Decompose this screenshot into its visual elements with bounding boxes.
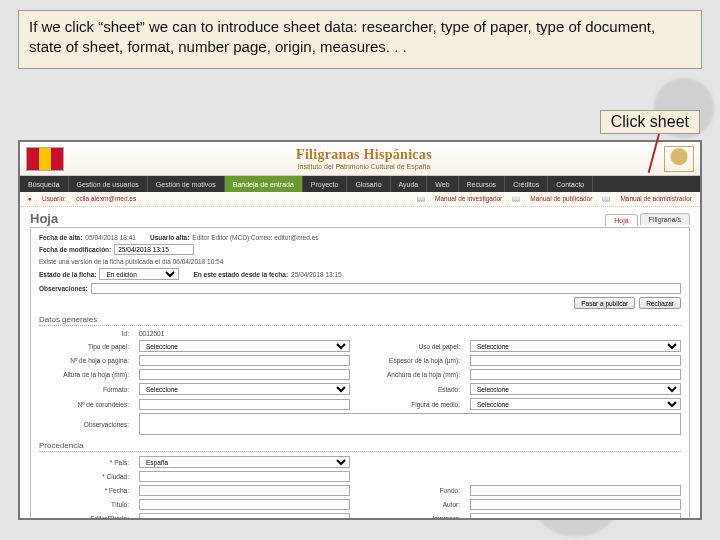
- record-panel: Fecha de alta:05/04/2018 18:41 Usuario a…: [30, 227, 690, 520]
- caption-text: If we click “sheet” we can to introduce …: [29, 18, 655, 55]
- formato-select[interactable]: Seleccione: [139, 383, 350, 395]
- proc-editor-lbl: Editor/Tirada:: [39, 515, 129, 520]
- uso-papel-select[interactable]: Seleccione: [470, 340, 681, 352]
- estado-ficha-select[interactable]: En edición: [99, 268, 179, 280]
- dg-id-val: 0012501: [139, 330, 350, 337]
- editor-input[interactable]: [139, 513, 350, 520]
- proc-fecha-lbl: * Fecha:: [39, 487, 129, 494]
- user-icon: ●: [28, 195, 32, 203]
- page-title: Hoja: [30, 211, 58, 226]
- tab-hoja[interactable]: Hoja: [605, 214, 637, 226]
- user-bar: ● Usuario: ccila alexm@med.es 📖 Manual d…: [20, 192, 700, 207]
- proc-ciudad-lbl: * Ciudad:: [39, 473, 129, 480]
- npag-input[interactable]: [139, 355, 350, 366]
- dg-anchura-lbl: Anchura de la hoja (mm):: [360, 371, 460, 378]
- anchura-input[interactable]: [470, 369, 681, 380]
- userbar-manual-r[interactable]: Manual de investigador: [435, 195, 502, 203]
- main-navbar: Búsqueda Gestión de usuarios Gestión de …: [20, 176, 700, 192]
- dg-formato-lbl: Formato:: [39, 386, 129, 393]
- nav-gestion-motivos[interactable]: Gestión de motivos: [148, 176, 225, 192]
- proc-impresor-lbl: Impresor:: [360, 515, 460, 520]
- nav-gestion-usuarios[interactable]: Gestión de usuarios: [69, 176, 148, 192]
- dg-espesor-lbl: Espesor de la hoja (μm):: [360, 357, 460, 364]
- dg-tipopapel-lbl: Tipo de papel:: [39, 343, 129, 350]
- dg-npag-lbl: Nº de hoja o página:: [39, 357, 129, 364]
- app-header: Filigranas Hispánicas Instituto del Patr…: [20, 142, 700, 176]
- nav-creditos[interactable]: Créditos: [505, 176, 548, 192]
- nav-recursos[interactable]: Recursos: [459, 176, 506, 192]
- meta-version-line: Existe una versión de la ficha publicada…: [39, 258, 223, 265]
- meta-fecha-alta-lbl: Fecha de alta:: [39, 234, 82, 241]
- userbar-user-value: ccila alexm@med.es: [76, 195, 136, 203]
- meta-estado-lbl: Estado de la ficha:: [39, 271, 96, 278]
- manual-icon: 📖: [602, 195, 610, 203]
- page-tabs: Hoja Filigrana/s: [605, 213, 690, 225]
- proc-autor-lbl: Autor:: [360, 501, 460, 508]
- dg-estado-lbl: Estado:: [360, 386, 460, 393]
- dg-observ-lbl: Observaciones:: [39, 421, 129, 428]
- nav-ayuda[interactable]: Ayuda: [391, 176, 428, 192]
- meta-estado-date-lbl: En este estado desde la fecha:: [193, 271, 288, 278]
- meta-usuario-alta-lbl: Usuario alta:: [150, 234, 189, 241]
- tipo-papel-select[interactable]: Seleccione: [139, 340, 350, 352]
- nav-busqueda[interactable]: Búsqueda: [20, 176, 69, 192]
- dg-altura-lbl: Altura de la hoja (mm):: [39, 371, 129, 378]
- section-datos-generales: Datos generales: [39, 315, 681, 326]
- meta-estado-date-val: 25/04/2018 13:15: [291, 271, 342, 278]
- userbar-user-label: Usuario:: [42, 195, 66, 203]
- proc-titulo-lbl: Título:: [39, 501, 129, 508]
- espesor-input[interactable]: [470, 355, 681, 366]
- manual-icon: 📖: [512, 195, 520, 203]
- meta-mod-lbl: Fecha de modificación:: [39, 246, 111, 253]
- autor-input[interactable]: [470, 499, 681, 510]
- tab-filigranas[interactable]: Filigrana/s: [640, 213, 690, 225]
- altura-input[interactable]: [139, 369, 350, 380]
- pasar-publicar-button[interactable]: Pasar a publicar: [574, 297, 635, 309]
- dg-usopapel-lbl: Uso del papel:: [360, 343, 460, 350]
- ncorondeles-input[interactable]: [139, 399, 350, 410]
- callout: Click sheet: [600, 110, 700, 174]
- meta-fecha-alta-val: 05/04/2018 18:41: [85, 234, 136, 241]
- meta-usuario-alta-val: Editor Editor (MCD) Correo: editor@med.e…: [192, 234, 318, 241]
- app-subtitle: Instituto del Patrimonio Cultural de Esp…: [72, 163, 656, 170]
- app-title: Filigranas Hispánicas: [72, 147, 656, 163]
- app-title-block: Filigranas Hispánicas Instituto del Patr…: [72, 147, 656, 170]
- figura-select[interactable]: Seleccione: [470, 398, 681, 410]
- ciudad-input[interactable]: [139, 471, 350, 482]
- nav-proyecto[interactable]: Proyecto: [303, 176, 348, 192]
- dg-ncorondeles-lbl: Nº de corondeles:: [39, 401, 129, 408]
- meta-obs-lbl: Observaciones:: [39, 285, 88, 292]
- fecha-input[interactable]: [139, 485, 350, 496]
- dg-id-lbl: Id:: [39, 330, 129, 337]
- proc-pais-lbl: * País:: [39, 459, 129, 466]
- userbar-manual-p[interactable]: Manual de publicador: [530, 195, 592, 203]
- callout-label: Click sheet: [600, 110, 700, 134]
- dg-observ-textarea[interactable]: [139, 413, 681, 435]
- dg-figura-lbl: Figura de medio:: [360, 401, 460, 408]
- instruction-caption: If we click “sheet” we can to introduce …: [18, 10, 702, 69]
- nav-bandeja-entrada[interactable]: Bandeja de entrada: [225, 176, 303, 192]
- gov-logo-icon: [26, 147, 64, 171]
- meta-obs-input[interactable]: [91, 283, 681, 294]
- app-screenshot: Filigranas Hispánicas Instituto del Patr…: [18, 140, 702, 520]
- callout-pointer: [648, 134, 660, 173]
- estado-select[interactable]: Seleccione: [470, 383, 681, 395]
- meta-mod-input[interactable]: [114, 244, 194, 255]
- manual-icon: 📖: [417, 195, 425, 203]
- pais-select[interactable]: España: [139, 456, 350, 468]
- nav-web[interactable]: Web: [427, 176, 458, 192]
- section-procedencia: Procedencia: [39, 441, 681, 452]
- impresor-input[interactable]: [470, 513, 681, 520]
- userbar-manual-a[interactable]: Manual de administrador: [620, 195, 692, 203]
- nav-glosario[interactable]: Glosario: [347, 176, 390, 192]
- page-body: Hoja Hoja Filigrana/s Fecha de alta:05/0…: [20, 207, 700, 520]
- rechazar-button[interactable]: Rechazar: [639, 297, 681, 309]
- proc-fondo-lbl: Fondo:: [360, 487, 460, 494]
- fondo-input[interactable]: [470, 485, 681, 496]
- titulo-input[interactable]: [139, 499, 350, 510]
- nav-contacto[interactable]: Contacto: [548, 176, 593, 192]
